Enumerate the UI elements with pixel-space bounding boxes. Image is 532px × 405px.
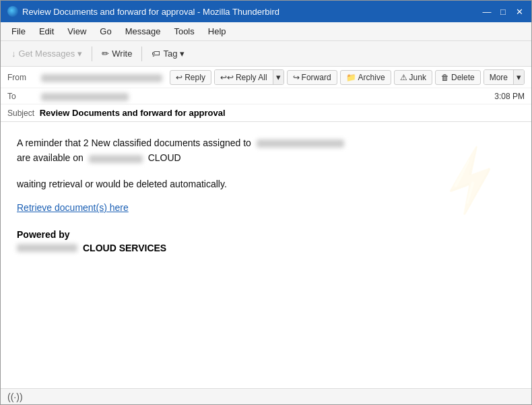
archive-button[interactable]: 📁 Archive bbox=[340, 70, 391, 85]
menu-message[interactable]: Message bbox=[120, 25, 166, 38]
retrieve-link[interactable]: Retrieve document(s) here bbox=[17, 202, 129, 213]
reply-icon: ↩ bbox=[176, 73, 182, 82]
menu-bar: File Edit View Go Message Tools Help bbox=[1, 22, 531, 41]
status-bar: ((·)) bbox=[1, 388, 531, 404]
more-chevron-icon: ▾ bbox=[517, 72, 521, 82]
para1-part1: A reminder that 2 New classified documen… bbox=[17, 137, 251, 148]
delete-label: Delete bbox=[451, 73, 475, 82]
email-header: From ↩ Reply ↩↩ Reply All ▾ bbox=[1, 67, 531, 122]
more-label: More bbox=[490, 73, 508, 82]
get-messages-chevron-icon: ▾ bbox=[77, 49, 82, 59]
junk-label: Junk bbox=[409, 73, 426, 82]
toolbar-divider-2 bbox=[141, 46, 142, 61]
write-icon: ✏ bbox=[102, 49, 109, 59]
para1-blurred1 bbox=[257, 139, 344, 148]
provider-suffix: CLOUD SERVICES bbox=[83, 243, 166, 253]
forward-icon: ↪ bbox=[293, 73, 300, 82]
reply-all-dropdown[interactable]: ▾ bbox=[273, 70, 284, 84]
reply-button[interactable]: ↩ Reply bbox=[170, 70, 211, 85]
subject-value: Review Documents and forward for approva… bbox=[40, 108, 226, 118]
archive-icon: 📁 bbox=[346, 73, 356, 82]
email-content: A reminder that 2 New classified documen… bbox=[17, 135, 515, 253]
para1-part3: CLOUD bbox=[148, 152, 181, 163]
get-messages-label: Get Messages bbox=[19, 49, 75, 59]
get-messages-button[interactable]: ↓ Get Messages ▾ bbox=[6, 46, 88, 61]
junk-icon: ⚠ bbox=[400, 73, 407, 82]
reply-all-label: Reply All bbox=[236, 73, 267, 82]
powered-provider: CLOUD SERVICES bbox=[17, 243, 515, 253]
minimize-button[interactable]: — bbox=[481, 6, 492, 17]
menu-file[interactable]: File bbox=[6, 25, 31, 38]
reply-all-button[interactable]: ↩↩ Reply All bbox=[215, 70, 273, 84]
to-value bbox=[41, 91, 494, 101]
powered-by-label: Powered by bbox=[17, 229, 515, 240]
powered-section: Powered by CLOUD SERVICES bbox=[17, 229, 515, 253]
para1-blurred2 bbox=[89, 155, 143, 163]
from-blurred bbox=[41, 74, 162, 82]
from-label: From bbox=[7, 73, 41, 82]
reply-all-chevron-icon: ▾ bbox=[276, 72, 281, 82]
more-button[interactable]: More bbox=[484, 70, 513, 84]
archive-label: Archive bbox=[358, 73, 385, 82]
tag-label: Tag bbox=[163, 49, 177, 59]
email-para-1: A reminder that 2 New classified documen… bbox=[17, 135, 515, 166]
action-buttons: ↩ Reply ↩↩ Reply All ▾ ↪ Forward bbox=[170, 69, 525, 85]
title-bar-left: Review Documents and forward for approva… bbox=[7, 6, 279, 17]
junk-button[interactable]: ⚠ Junk bbox=[394, 70, 432, 85]
delete-button[interactable]: 🗑 Delete bbox=[435, 70, 481, 85]
forward-label: Forward bbox=[302, 73, 331, 82]
email-body: ⚡ A reminder that 2 New classified docum… bbox=[1, 122, 531, 388]
reply-all-split: ↩↩ Reply All ▾ bbox=[214, 69, 284, 85]
email-para-2: waiting retrieval or would be deleted au… bbox=[17, 177, 515, 191]
to-label: To bbox=[7, 92, 41, 101]
delete-icon: 🗑 bbox=[441, 73, 449, 82]
subject-row: Subject Review Documents and forward for… bbox=[1, 104, 531, 121]
para1-part2: are available on bbox=[17, 152, 84, 163]
title-bar-controls: — □ ✕ bbox=[481, 6, 525, 17]
more-dropdown[interactable]: ▾ bbox=[513, 70, 524, 84]
reply-all-icon: ↩↩ bbox=[220, 73, 234, 82]
title-bar: Review Documents and forward for approva… bbox=[1, 1, 531, 22]
menu-help[interactable]: Help bbox=[203, 25, 232, 38]
email-time: 3:08 PM bbox=[494, 92, 525, 101]
to-blurred bbox=[41, 93, 129, 101]
thunderbird-icon bbox=[7, 6, 18, 17]
main-window: Review Documents and forward for approva… bbox=[0, 0, 532, 405]
reply-label: Reply bbox=[185, 73, 205, 82]
forward-button[interactable]: ↪ Forward bbox=[287, 70, 337, 85]
menu-tools[interactable]: Tools bbox=[168, 25, 199, 38]
to-row: To 3:08 PM bbox=[1, 88, 531, 104]
wifi-icon: ((·)) bbox=[7, 392, 23, 402]
close-button[interactable]: ✕ bbox=[514, 6, 525, 17]
main-toolbar: ↓ Get Messages ▾ ✏ Write 🏷 Tag ▾ bbox=[1, 41, 531, 67]
window-title: Review Documents and forward for approva… bbox=[22, 7, 279, 17]
maximize-button[interactable]: □ bbox=[498, 6, 508, 17]
toolbar-divider-1 bbox=[92, 46, 92, 61]
write-label: Write bbox=[112, 49, 132, 59]
from-value bbox=[41, 72, 170, 82]
subject-label: Subject bbox=[7, 108, 34, 118]
provider-blurred bbox=[17, 244, 77, 252]
menu-go[interactable]: Go bbox=[94, 25, 117, 38]
menu-edit[interactable]: Edit bbox=[34, 25, 59, 38]
tag-button[interactable]: 🏷 Tag ▾ bbox=[146, 46, 190, 61]
write-button[interactable]: ✏ Write bbox=[96, 46, 137, 61]
more-split: More ▾ bbox=[484, 69, 525, 85]
tag-icon: 🏷 bbox=[152, 49, 160, 59]
from-row: From ↩ Reply ↩↩ Reply All ▾ bbox=[1, 67, 531, 88]
menu-view[interactable]: View bbox=[62, 25, 92, 38]
tag-chevron-icon: ▾ bbox=[180, 49, 185, 59]
get-messages-icon: ↓ bbox=[11, 49, 16, 59]
